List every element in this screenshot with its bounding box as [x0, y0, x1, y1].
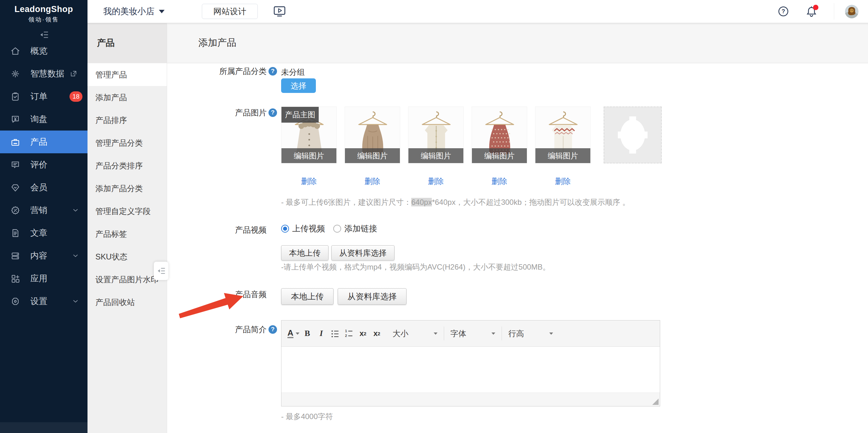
delete-image-link[interactable]: 删除 — [301, 177, 317, 185]
sidebar-item-label: 概览 — [30, 45, 48, 57]
inquiry-icon — [0, 114, 30, 124]
smart-data-icon — [0, 69, 30, 79]
home-icon — [0, 46, 30, 56]
product-image-thumb-tan-dress[interactable]: 编辑图片 — [345, 107, 400, 164]
edit-image-button[interactable]: 编辑图片 — [281, 148, 336, 163]
numbered-list-button[interactable]: 12 — [342, 325, 356, 342]
sidebar-item-articles[interactable]: 文章 — [0, 222, 88, 244]
primary-nav: 概览智慧数据订单18询盘产品评价会员营销文章内容应用设置 — [0, 39, 88, 313]
brand-logo-title: LeadongShop — [0, 4, 88, 14]
members-icon — [0, 183, 30, 193]
sidebar-item-members[interactable]: 会员 — [0, 176, 88, 199]
chevron-down-icon — [159, 10, 164, 13]
video-library-button[interactable]: 从资料库选择 — [331, 245, 395, 260]
toolbar-separator — [444, 326, 444, 340]
submenu-item[interactable]: 产品分类排序 — [88, 154, 167, 177]
secondary-sidebar: 产品 管理产品添加产品产品排序管理产品分类产品分类排序添加产品分类管理自定义字段… — [88, 23, 167, 433]
radio-upload-video[interactable] — [281, 225, 289, 233]
submenu-item[interactable]: 产品回收站 — [88, 291, 167, 314]
avatar[interactable] — [845, 5, 859, 18]
svg-text:?: ? — [782, 8, 785, 15]
store-switcher[interactable]: 我的美妆小店 — [103, 6, 164, 17]
radio-add-link-label[interactable]: 添加链接 — [344, 223, 377, 234]
video-hint: -请上传单个视频，格式为mp4，视频编码为AVC(H264)，大小不要超过500… — [281, 262, 550, 272]
edit-image-button[interactable]: 编辑图片 — [472, 148, 527, 163]
submenu-item[interactable]: 添加产品分类 — [88, 177, 167, 200]
bold-button[interactable]: B — [300, 325, 314, 342]
sidebar-item-marketing[interactable]: 营销 — [0, 199, 88, 222]
notification-dot — [813, 5, 818, 10]
site-design-button[interactable]: 网站设计 — [202, 4, 258, 19]
audio-library-button[interactable]: 从资料库选择 — [338, 288, 406, 305]
submenu-item[interactable]: 产品标签 — [88, 223, 167, 245]
delete-image-link[interactable]: 删除 — [555, 177, 571, 185]
submenu-item[interactable]: 管理产品 — [88, 63, 167, 86]
delete-image-link[interactable]: 删除 — [428, 177, 444, 185]
sidebar-item-content[interactable]: 内容 — [0, 244, 88, 267]
reviews-icon — [0, 160, 30, 170]
product-image-thumb-beige-hooded-coat[interactable]: 产品主图编辑图片 — [281, 107, 337, 164]
content-icon — [0, 251, 30, 261]
help-icon[interactable]: ? — [778, 6, 789, 17]
sidebar-item-label: 营销 — [30, 204, 48, 216]
sidebar-item-label: 应用 — [30, 273, 48, 284]
edit-image-button[interactable]: 编辑图片 — [535, 148, 590, 163]
add-image-upload-tile[interactable] — [603, 107, 662, 164]
choose-category-button[interactable]: 选择 — [281, 78, 316, 93]
orders-icon — [0, 92, 30, 102]
video-local-upload-button[interactable]: 本地上传 — [281, 245, 329, 260]
editor-body[interactable] — [281, 347, 660, 393]
submenu-item[interactable]: 管理产品分类 — [88, 132, 167, 154]
font-family-dropdown[interactable]: 字体 — [446, 325, 500, 342]
edit-image-button[interactable]: 编辑图片 — [408, 148, 463, 163]
line-height-dropdown[interactable]: 行高 — [504, 325, 558, 342]
sidebar-item-reviews[interactable]: 评价 — [0, 153, 88, 176]
submenu-item[interactable]: 产品排序 — [88, 109, 167, 132]
sidebar-item-home[interactable]: 概览 — [0, 39, 88, 62]
images-hint: - 最多可上传6张图片，建议图片尺寸：640px*640px，大小不超过300k… — [281, 197, 630, 207]
help-question-icon[interactable] — [269, 108, 277, 117]
edit-image-button[interactable]: 编辑图片 — [345, 148, 400, 163]
radio-upload-video-label[interactable]: 上传视频 — [292, 223, 325, 234]
subscript-button[interactable]: x2 — [356, 325, 370, 342]
editor-toolbar: A B I 12 x2 x2 大小 字体 行高 — [281, 320, 660, 347]
font-color-button[interactable]: A — [286, 325, 300, 342]
sidebar-item-label: 智慧数据 — [30, 68, 64, 79]
store-name: 我的美妆小店 — [103, 6, 154, 17]
sidebar-item-label: 订单 — [30, 91, 48, 102]
sidebar-item-products[interactable]: 产品 — [0, 131, 88, 153]
delete-image-link[interactable]: 删除 — [365, 177, 380, 185]
submenu-item[interactable]: 添加产品 — [88, 86, 167, 109]
submenu-item[interactable]: 管理自定义字段 — [88, 200, 167, 223]
sidebar-item-orders[interactable]: 订单18 — [0, 85, 88, 108]
sidebar-item-apps[interactable]: 应用 — [0, 267, 88, 290]
product-image-thumb-white-pattern-cardigan[interactable]: 编辑图片 — [535, 107, 591, 164]
product-image-thumb-cream-cardigan[interactable]: 编辑图片 — [408, 107, 464, 164]
submenu-collapse-button[interactable] — [154, 262, 168, 280]
sidebar-item-label: 设置 — [30, 295, 48, 307]
italic-button[interactable]: I — [314, 325, 328, 342]
page: 添加产品 所属产品分类 未分组 选择 产品图片 产品主图编辑图片编辑图片编辑图片… — [167, 23, 868, 433]
toolbar-separator — [502, 326, 502, 340]
audio-label: 产品音频 — [167, 289, 277, 299]
bullet-list-button[interactable] — [328, 325, 342, 342]
audio-local-upload-button[interactable]: 本地上传 — [281, 288, 334, 305]
notifications-bell-icon[interactable] — [806, 6, 817, 17]
products-icon — [0, 137, 30, 147]
superscript-button[interactable]: x2 — [370, 325, 384, 342]
radio-add-link[interactable] — [333, 225, 341, 233]
sidebar-item-settings[interactable]: 设置 — [0, 290, 88, 313]
help-question-icon[interactable] — [269, 67, 277, 76]
topbar-divider — [834, 3, 834, 20]
video-tutorial-icon[interactable] — [273, 5, 286, 18]
sidebar-item-inquiry[interactable]: 询盘 — [0, 108, 88, 131]
product-image-thumb-rust-floral-dress[interactable]: 编辑图片 — [472, 107, 527, 164]
brand-logo: LeadongShop 领动·领售 — [0, 4, 88, 24]
submenu-title: 产品 — [88, 23, 167, 63]
delete-image-link[interactable]: 删除 — [492, 177, 507, 185]
font-size-dropdown[interactable]: 大小 — [388, 325, 442, 342]
help-question-icon[interactable] — [269, 325, 277, 334]
sidebar-item-smart-data[interactable]: 智慧数据 — [0, 62, 88, 85]
sidebar-collapse-icon[interactable] — [0, 30, 88, 40]
editor-resize-grip[interactable] — [652, 399, 658, 405]
